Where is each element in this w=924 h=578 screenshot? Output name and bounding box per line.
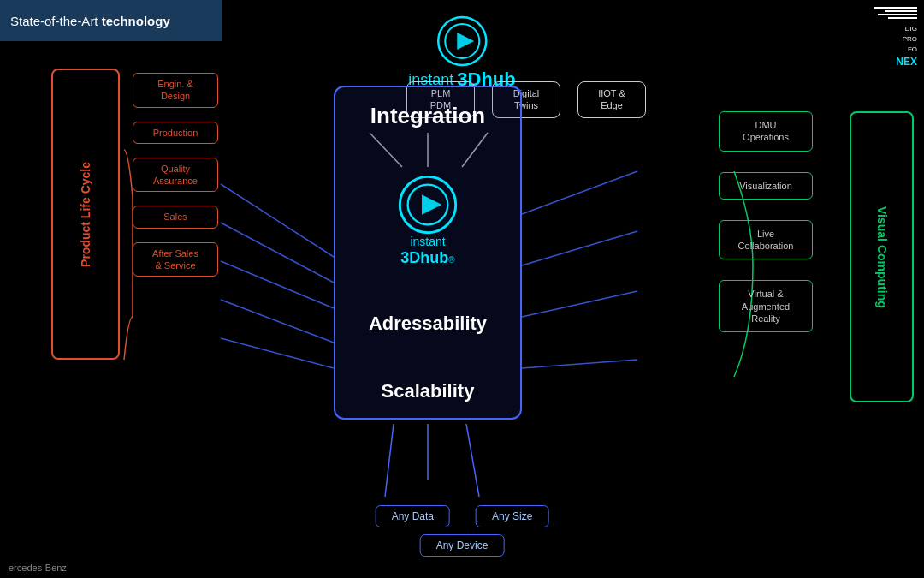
right-item-dmu: DMUOperations bbox=[719, 111, 813, 152]
bottom-row-2: Any Device bbox=[420, 534, 505, 557]
center-logo-brand: 3Dhub bbox=[400, 249, 448, 266]
top-right-text: DIGPROFO bbox=[849, 24, 917, 55]
svg-line-10 bbox=[522, 291, 637, 317]
logo-line-1 bbox=[874, 7, 917, 9]
integration-label: Integration bbox=[370, 103, 485, 129]
bottom-row-1: Any Data Any Size bbox=[376, 505, 549, 527]
scalability-label: Scalability bbox=[382, 380, 475, 402]
adressability-label: Adressability bbox=[369, 313, 487, 335]
lc-item-production: Production bbox=[133, 122, 218, 144]
center-integration-box: Integration instant 3Dhub® Adressability… bbox=[334, 86, 522, 420]
right-item-live-collab: LiveCollaboration bbox=[719, 220, 813, 260]
nxt-label: NEX bbox=[849, 55, 917, 69]
lc-item-sales: Sales bbox=[133, 206, 218, 228]
top-box-iiot: IIOT &Edge bbox=[578, 81, 646, 118]
logo-lines-decoration bbox=[849, 7, 917, 21]
logo-line-4 bbox=[888, 17, 917, 19]
svg-line-3 bbox=[221, 300, 334, 343]
center-3dhub-logo: instant 3Dhub® bbox=[398, 175, 458, 267]
svg-line-0 bbox=[221, 184, 334, 257]
center-logo-text: instant 3Dhub® bbox=[400, 235, 454, 267]
header-title: State-of-the-Art technology bbox=[10, 14, 170, 28]
header-bar: State-of-the-Art technology bbox=[0, 0, 222, 41]
vc-label: Visual Computing bbox=[874, 206, 889, 308]
bottom-box-any-device: Any Device bbox=[420, 534, 505, 557]
vc-container: Visual Computing bbox=[850, 111, 914, 402]
footer-label: ercedes-Benz bbox=[9, 563, 67, 573]
center-logo: instant 3Dhub bbox=[408, 15, 516, 91]
right-item-visualization: Visualization bbox=[719, 172, 813, 200]
svg-line-4 bbox=[221, 338, 334, 368]
lc-item-engin-design: Engin. &Design bbox=[133, 73, 218, 108]
lc-items: Engin. &Design Production QualityAssuran… bbox=[133, 73, 218, 277]
svg-line-9 bbox=[522, 231, 637, 265]
svg-marker-17 bbox=[457, 33, 474, 50]
plc-label: Product Life Cycle bbox=[78, 162, 93, 267]
svg-marker-20 bbox=[422, 194, 441, 214]
svg-line-1 bbox=[221, 223, 334, 283]
svg-line-11 bbox=[522, 360, 637, 368]
bottom-box-any-size: Any Size bbox=[476, 505, 548, 527]
top-right-logo: DIGPROFO NEX bbox=[849, 7, 917, 69]
center-logo-instant: instant bbox=[410, 235, 445, 248]
footer: ercedes-Benz bbox=[9, 563, 67, 573]
center-logo-svg bbox=[398, 175, 458, 235]
bottom-boxes: Any Data Any Size Any Device bbox=[376, 505, 549, 557]
svg-line-12 bbox=[385, 424, 394, 497]
lc-item-aftersales: After Sales& Service bbox=[133, 242, 218, 277]
plc-container: Product Life Cycle bbox=[51, 69, 120, 360]
logo-line-2 bbox=[885, 10, 917, 12]
logo-icon-svg bbox=[436, 15, 488, 67]
svg-line-2 bbox=[221, 261, 334, 308]
lc-item-quality: QualityAssurance bbox=[133, 158, 218, 193]
right-items: DMUOperations Visualization LiveCollabor… bbox=[719, 111, 813, 332]
right-item-vr-ar: Virtual &AugmentedReality bbox=[719, 280, 813, 332]
svg-line-14 bbox=[466, 424, 479, 497]
svg-line-8 bbox=[522, 171, 637, 214]
bottom-box-any-data: Any Data bbox=[376, 505, 450, 527]
logo-line-3 bbox=[878, 14, 917, 15]
